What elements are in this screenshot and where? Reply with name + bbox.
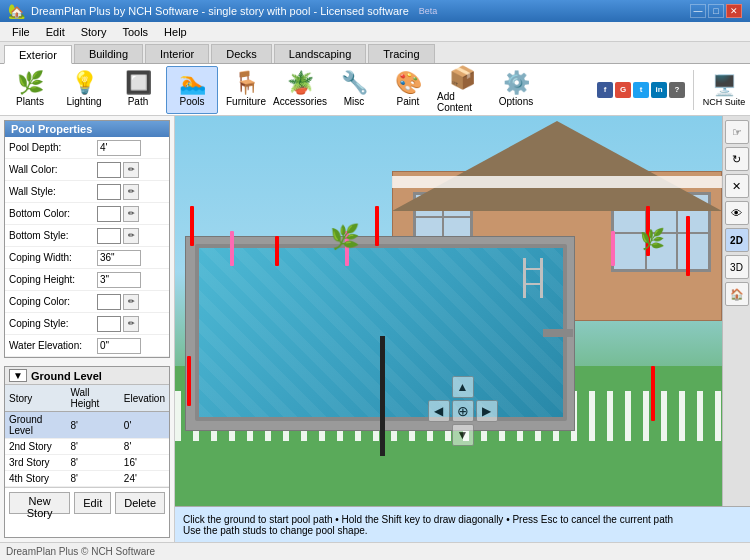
social-facebook[interactable]: f: [597, 82, 613, 98]
coping-height-input[interactable]: [97, 272, 141, 288]
wall-color-box[interactable]: [97, 162, 121, 178]
maximize-button[interactable]: □: [708, 4, 724, 18]
ground-level-toggle[interactable]: ▼: [9, 369, 27, 382]
rotate-tool-button[interactable]: ↻: [725, 147, 749, 171]
coping-style-box[interactable]: [97, 316, 121, 332]
pan-down-button[interactable]: ▼: [452, 424, 474, 446]
tab-tracing[interactable]: Tracing: [368, 44, 434, 63]
bottom-style-box[interactable]: [97, 228, 121, 244]
right-panel: 🌿 🌿 ▲ ◀ ⊕ ▶ ▼: [175, 116, 750, 542]
social-help[interactable]: ?: [669, 82, 685, 98]
elevation-value: 0': [120, 412, 169, 439]
wall-style-box[interactable]: [97, 184, 121, 200]
menu-edit[interactable]: Edit: [38, 22, 73, 42]
edit-story-button[interactable]: Edit: [74, 492, 111, 514]
table-row[interactable]: 3rd Story 8' 16': [5, 455, 169, 471]
prop-bottom-style: Bottom Style: ✏: [5, 225, 169, 247]
coping-style-edit[interactable]: ✏: [123, 316, 139, 332]
prop-bottom-color-label: Bottom Color:: [9, 208, 97, 219]
bottom-color-edit[interactable]: ✏: [123, 206, 139, 222]
plant-2: 🌿: [640, 227, 665, 251]
furniture-icon: 🪑: [233, 72, 260, 94]
menu-help[interactable]: Help: [156, 22, 195, 42]
pan-up-button[interactable]: ▲: [452, 376, 474, 398]
social-google[interactable]: G: [615, 82, 631, 98]
select-tool-button[interactable]: ☞: [725, 120, 749, 144]
delete-story-button[interactable]: Delete: [115, 492, 165, 514]
tool-accessories[interactable]: 🪴 Accessories: [274, 66, 326, 114]
menu-file[interactable]: File: [4, 22, 38, 42]
tool-paint[interactable]: 🎨 Paint: [382, 66, 434, 114]
prop-coping-height: Coping Height:: [5, 269, 169, 291]
prop-coping-height-label: Coping Height:: [9, 274, 97, 285]
pan-left-button[interactable]: ◀: [428, 400, 450, 422]
new-story-button[interactable]: New Story: [9, 492, 70, 514]
pan-center-button[interactable]: ⊕: [452, 400, 474, 422]
tool-furniture[interactable]: 🪑 Furniture: [220, 66, 272, 114]
tab-decks[interactable]: Decks: [211, 44, 272, 63]
table-row[interactable]: 2nd Story 8' 8': [5, 439, 169, 455]
tool-lighting[interactable]: 💡 Lighting: [58, 66, 110, 114]
pool-stake-2: [275, 236, 279, 266]
story-name: 4th Story: [5, 471, 66, 487]
tool-pools-label: Pools: [179, 96, 204, 107]
prop-coping-style-label: Coping Style:: [9, 318, 97, 329]
tool-add-content[interactable]: 📦 Add Content: [436, 66, 488, 114]
minimize-button[interactable]: —: [690, 4, 706, 18]
wall-style-edit[interactable]: ✏: [123, 184, 139, 200]
prop-wall-style-label: Wall Style:: [9, 186, 97, 197]
tab-interior[interactable]: Interior: [145, 44, 209, 63]
options-icon: ⚙️: [503, 72, 530, 94]
menu-story[interactable]: Story: [73, 22, 115, 42]
tool-lighting-label: Lighting: [66, 96, 101, 107]
coping-color-box[interactable]: [97, 294, 121, 310]
close-button[interactable]: ✕: [726, 4, 742, 18]
coping-width-input[interactable]: [97, 250, 141, 266]
pool-properties-panel: Pool Properties Pool Depth: Wall Color: …: [4, 120, 170, 358]
bottom-color-box[interactable]: [97, 206, 121, 222]
canvas-area[interactable]: 🌿 🌿 ▲ ◀ ⊕ ▶ ▼: [175, 116, 750, 506]
social-twitter[interactable]: t: [633, 82, 649, 98]
2d-view-button[interactable]: 2D: [725, 228, 749, 252]
prop-water-elevation-label: Water Elevation:: [9, 340, 97, 351]
coping-color-edit[interactable]: ✏: [123, 294, 139, 310]
tab-landscaping[interactable]: Landscaping: [274, 44, 366, 63]
tool-misc[interactable]: 🔧 Misc: [328, 66, 380, 114]
pool-stake-pink-3: [611, 231, 615, 266]
view-tool-button[interactable]: 👁: [725, 201, 749, 225]
tool-options[interactable]: ⚙️ Options: [490, 66, 542, 114]
elevation-value: 24': [120, 471, 169, 487]
tool-accessories-label: Accessories: [273, 96, 327, 107]
table-row[interactable]: 4th Story 8' 24': [5, 471, 169, 487]
wall-color-edit[interactable]: ✏: [123, 162, 139, 178]
bottom-style-edit[interactable]: ✏: [123, 228, 139, 244]
roof: [392, 121, 722, 211]
nch-suite-button[interactable]: 🖥️ NCH Suite: [702, 73, 746, 107]
elevation-value: 8': [120, 439, 169, 455]
3d-view-button[interactable]: 3D: [725, 255, 749, 279]
pool-stake-pink-1: [230, 231, 234, 266]
building-view-button[interactable]: 🏠: [725, 282, 749, 306]
tool-plants[interactable]: 🌿 Plants: [4, 66, 56, 114]
status-line-1: Click the ground to start pool path • Ho…: [183, 514, 742, 525]
tool-path[interactable]: 🔲 Path: [112, 66, 164, 114]
tool-pools[interactable]: 🏊 Pools: [166, 66, 218, 114]
table-row[interactable]: Ground Level 8' 0': [5, 412, 169, 439]
tab-exterior[interactable]: Exterior: [4, 45, 72, 64]
prop-wall-color: Wall Color: ✏: [5, 159, 169, 181]
delete-tool-button[interactable]: ✕: [725, 174, 749, 198]
black-pole: [380, 336, 385, 456]
ground-level-table: Story Wall Height Elevation Ground Level…: [5, 385, 169, 487]
prop-coping-color: Coping Color: ✏: [5, 291, 169, 313]
pan-right-button[interactable]: ▶: [476, 400, 498, 422]
tab-building[interactable]: Building: [74, 44, 143, 63]
misc-icon: 🔧: [341, 72, 368, 94]
wall-height-value: 8': [66, 412, 119, 439]
pool-depth-input[interactable]: [97, 140, 141, 156]
water-elevation-input[interactable]: [97, 338, 141, 354]
toolbar-right: f G t in ? 🖥️ NCH Suite: [597, 70, 746, 110]
toolbar: 🌿 Plants 💡 Lighting 🔲 Path 🏊 Pools 🪑 Fur…: [0, 64, 750, 116]
social-linkedin[interactable]: in: [651, 82, 667, 98]
menu-tools[interactable]: Tools: [114, 22, 156, 42]
scene-3d[interactable]: 🌿 🌿 ▲ ◀ ⊕ ▶ ▼: [175, 116, 750, 506]
